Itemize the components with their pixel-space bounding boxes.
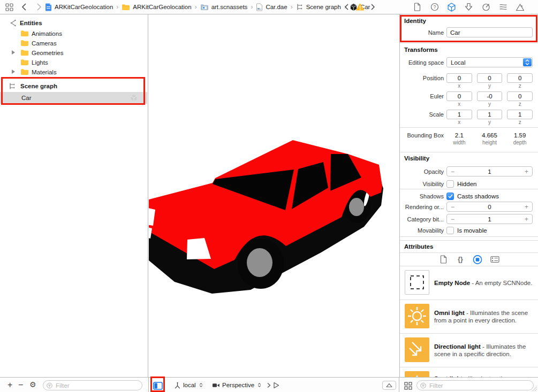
library-filter-input[interactable] — [428, 382, 530, 389]
attributes-inspector-icon[interactable] — [464, 2, 474, 12]
sidebar-item-animations[interactable]: Animations — [0, 28, 147, 39]
empty-node-icon — [405, 270, 429, 295]
materials-inspector-icon[interactable] — [481, 2, 491, 12]
breadcrumb: ARKitCarGeolocation › ARKitCarGeolocatio… — [45, 0, 370, 14]
sidebar-item-lights[interactable]: Lights — [0, 57, 147, 67]
library-grid-icon[interactable] — [403, 381, 413, 390]
rendering-order-row: Rendering or... − 0 + — [400, 202, 538, 212]
remove-entity-button[interactable]: − — [18, 380, 23, 390]
forward-chevron-icon[interactable] — [34, 2, 44, 12]
bounding-box-sublabels: width height depth — [400, 139, 538, 145]
svg-text:?: ? — [433, 4, 436, 10]
scale-y-field[interactable]: 1 — [477, 110, 503, 119]
scene-node-row-car[interactable]: Car — [0, 92, 147, 104]
rendering-order-stepper[interactable]: − 0 + — [446, 202, 533, 212]
overlay-panel-toggle-icon[interactable] — [153, 381, 163, 390]
stepper-arrows-icon — [199, 383, 203, 387]
scale-label: Scale — [400, 111, 444, 118]
name-input[interactable] — [450, 29, 529, 36]
directional-light-icon — [405, 337, 429, 362]
is-movable-checkbox[interactable] — [446, 227, 454, 234]
breadcrumb-item-file[interactable]: Car.dae — [256, 3, 287, 11]
position-y-field[interactable]: 0 — [477, 73, 503, 83]
camera-control[interactable]: Perspective — [212, 378, 279, 392]
breadcrumb-item-group[interactable]: ARKitCarGeolocation — [122, 4, 191, 11]
scale-x-field[interactable]: 1 — [446, 110, 472, 119]
euler-y-field[interactable]: -0 — [477, 91, 503, 101]
breadcrumb-item-project[interactable]: ARKitCarGeolocation — [45, 3, 113, 11]
gear-icon[interactable]: ⚙ — [29, 380, 36, 389]
position-x-field[interactable]: 0 — [446, 73, 472, 83]
checkmark-icon — [448, 194, 453, 198]
folder-icon — [20, 68, 29, 75]
sidebar-item-materials[interactable]: Materials — [0, 67, 147, 77]
euler-z-field[interactable]: 0 — [507, 91, 533, 101]
node-cube-icon — [130, 94, 138, 102]
opacity-stepper[interactable]: − 1 + — [446, 166, 533, 176]
node-inspector-panel: Identity Name Transforms Editing space L… — [399, 14, 538, 377]
entities-filter-input[interactable] — [55, 382, 139, 389]
previous-issue-icon[interactable] — [342, 2, 351, 12]
editing-space-dropdown[interactable]: Local — [446, 57, 533, 67]
name-label: Name — [400, 29, 444, 36]
library-filter-field[interactable] — [416, 380, 534, 390]
quick-help-icon[interactable]: ? — [430, 2, 440, 12]
breadcrumb-item-scnassets[interactable]: art.scnassets — [200, 4, 248, 11]
scene-inspector-icon[interactable] — [516, 2, 525, 12]
editing-space-label: Editing space — [400, 59, 444, 66]
breadcrumb-separator: › — [116, 3, 118, 11]
entities-header[interactable]: Entities — [0, 18, 147, 28]
scene-graph-icon — [296, 3, 304, 11]
sidebar-item-cameras[interactable]: Cameras — [0, 38, 147, 48]
movability-row: Movability Is movable — [400, 225, 538, 235]
library-item-empty-node[interactable]: Empty Node - An empty SCNNode. — [400, 266, 538, 299]
chevron-right-icon[interactable] — [267, 382, 271, 388]
physics-inspector-icon[interactable] — [498, 2, 508, 12]
library-item-omni-light[interactable]: Omni light - Illuminates the scene from … — [400, 300, 538, 333]
dae-file-icon — [256, 3, 263, 11]
library-objects-tab-icon[interactable] — [473, 255, 482, 264]
node-inspector-icon[interactable] — [447, 2, 457, 12]
sidebar-item-geometries[interactable]: Geometries — [0, 48, 147, 58]
entities-filter-field[interactable] — [43, 380, 142, 390]
shadows-row: Shadows Casts shadows — [400, 191, 538, 201]
bounding-box-row: Bounding Box 2.1 4.665 1.59 — [400, 132, 538, 139]
position-z-field[interactable]: 0 — [507, 73, 533, 83]
warning-icon[interactable] — [355, 2, 365, 12]
movability-label: Movability — [400, 227, 444, 234]
casts-shadows-checkbox[interactable] — [446, 193, 454, 200]
library-media-tab-icon[interactable] — [490, 255, 499, 264]
play-animation-icon[interactable] — [273, 382, 279, 389]
scale-z-field[interactable]: 1 — [507, 110, 533, 119]
file-inspector-icon[interactable] — [413, 2, 422, 12]
orientation-control[interactable]: local — [174, 378, 203, 392]
hidden-checkbox[interactable] — [446, 180, 454, 188]
name-field[interactable] — [446, 27, 533, 37]
breadcrumb-item-scene-graph[interactable]: Scene graph — [296, 3, 341, 11]
scene-3d-viewport[interactable] — [149, 14, 399, 377]
next-issue-icon[interactable] — [368, 2, 378, 12]
library-item-directional-light[interactable]: Directional light - Illuminates the scen… — [400, 334, 538, 367]
library-item-spot-light[interactable]: Spot light - Illuminates the scene — [400, 367, 538, 377]
bounding-box-label: Bounding Box — [400, 132, 444, 139]
disclosure-triangle-icon[interactable] — [12, 50, 15, 55]
euler-x-field[interactable]: 0 — [446, 91, 472, 101]
category-bitmask-stepper[interactable]: − 1 + — [446, 214, 533, 224]
position-label: Position — [400, 75, 444, 81]
back-chevron-icon[interactable] — [19, 2, 29, 12]
divider — [148, 378, 149, 392]
collapse-library-button[interactable] — [382, 381, 396, 390]
library-file-tab-icon[interactable] — [438, 255, 448, 264]
disclosure-triangle-icon[interactable] — [12, 70, 15, 74]
scale-row: Scale 1 1 1 — [400, 109, 538, 119]
bounding-box-width: 2.1 — [446, 132, 472, 139]
camera-icon — [212, 382, 220, 389]
related-items-icon[interactable] — [4, 2, 14, 12]
add-entity-button[interactable]: + — [7, 380, 12, 390]
category-bitmask-row: Category bit... − 1 + — [400, 214, 538, 224]
scene-graph-header[interactable]: Scene graph — [0, 81, 147, 91]
position-axis-labels: x y z — [400, 83, 538, 88]
resize-grip-icon[interactable] — [532, 386, 537, 391]
library-snippets-tab-icon[interactable]: {} — [456, 255, 465, 264]
attributes-section-title: Attributes — [404, 243, 433, 250]
